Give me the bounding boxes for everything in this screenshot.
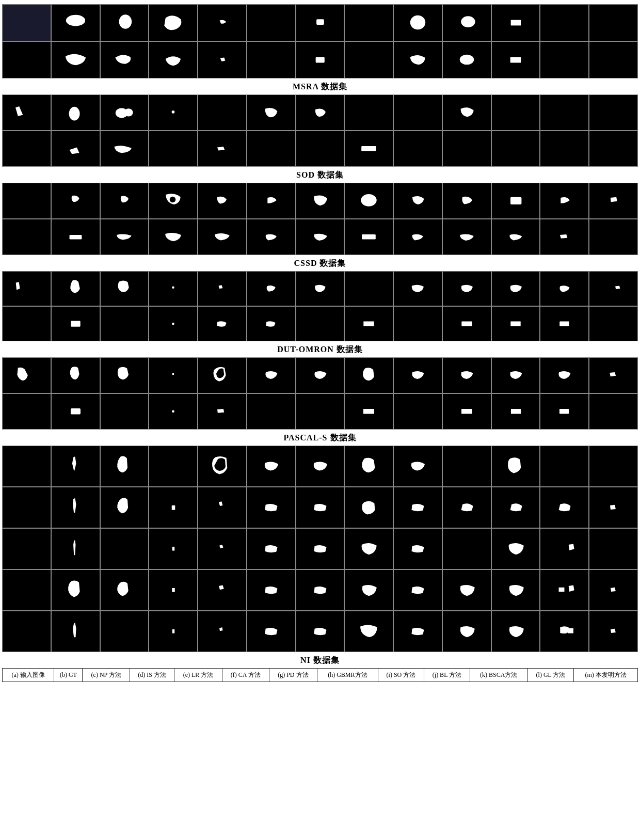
msra-grid: [2, 4, 638, 78]
cell: [344, 357, 393, 393]
svg-rect-27: [71, 408, 81, 414]
ni-row-2: [2, 487, 638, 528]
cell: [540, 393, 589, 430]
cell: [393, 357, 442, 393]
cell: [2, 131, 51, 167]
cell: [344, 94, 393, 131]
cell: [100, 131, 149, 167]
cell: [100, 611, 149, 652]
cell: [491, 271, 540, 306]
cell: [247, 446, 296, 487]
svg-point-0: [66, 14, 85, 26]
cell: [589, 569, 638, 611]
cell: [589, 446, 638, 487]
cell: [198, 4, 247, 41]
cell: [344, 131, 393, 167]
cell: [344, 487, 393, 528]
cell: [442, 569, 491, 611]
svg-rect-31: [511, 409, 521, 414]
cell: [247, 487, 296, 528]
cell: [198, 94, 247, 131]
pascals-row-1: [2, 357, 638, 393]
cell: [149, 271, 198, 306]
cell: [100, 306, 149, 341]
svg-rect-6: [315, 57, 324, 62]
dutomron-title: DUT-OMRON 数据集: [2, 344, 638, 355]
svg-point-4: [461, 16, 475, 27]
cell: [393, 94, 442, 131]
cell: [589, 306, 638, 341]
cell: [344, 183, 393, 219]
dutomron-grid: [2, 271, 638, 341]
cell: [540, 94, 589, 131]
cell: [491, 357, 540, 393]
svg-point-21: [172, 323, 174, 325]
cell: [589, 183, 638, 219]
svg-rect-30: [461, 409, 472, 414]
cell: [344, 41, 393, 78]
cell: [442, 94, 491, 131]
cell: [198, 131, 247, 167]
cell: [344, 611, 393, 652]
cell: [51, 357, 100, 393]
cell: [442, 131, 491, 167]
cell: [198, 487, 247, 528]
cell: [296, 569, 345, 611]
svg-point-9: [69, 107, 79, 121]
svg-rect-35: [172, 588, 174, 592]
cell: [540, 487, 589, 528]
cell: [198, 219, 247, 255]
cell: [589, 611, 638, 652]
dutomron-row-1: [2, 271, 638, 306]
cell: [589, 528, 638, 569]
cell: [296, 271, 345, 306]
cell: [149, 4, 198, 41]
section-msra: MSRA 数据集: [2, 4, 638, 92]
cell: [393, 183, 442, 219]
cell: [540, 446, 589, 487]
svg-point-19: [172, 286, 174, 289]
footer-cell-m: (m) 本发明方法: [574, 669, 638, 682]
section-cssd: CSSD 数据集: [2, 183, 638, 269]
cell: [2, 183, 51, 219]
cell: [393, 393, 442, 430]
svg-point-12: [172, 110, 175, 114]
cell: [442, 528, 491, 569]
cell: [2, 446, 51, 487]
cell: [149, 528, 198, 569]
cell: [149, 41, 198, 78]
cell: [393, 41, 442, 78]
footer-cell-e: (e) LR 方法: [174, 669, 222, 682]
cssd-title: CSSD 数据集: [2, 258, 638, 269]
cell: [540, 131, 589, 167]
cell: [491, 306, 540, 341]
cell: [589, 271, 638, 306]
cell: [296, 611, 345, 652]
cell: [540, 611, 589, 652]
svg-rect-32: [559, 409, 569, 414]
cell: [442, 611, 491, 652]
cell: [2, 306, 51, 341]
cell: [296, 41, 345, 78]
cell: [442, 306, 491, 341]
cell: [589, 219, 638, 255]
svg-rect-2: [316, 19, 324, 25]
svg-point-7: [460, 54, 474, 65]
cell: [540, 219, 589, 255]
cell: [344, 569, 393, 611]
section-dutomron: DUT-OMRON 数据集: [2, 271, 638, 355]
svg-rect-20: [71, 321, 80, 326]
cell: [149, 219, 198, 255]
cell: [2, 41, 51, 78]
cell: [589, 131, 638, 167]
cell: [393, 131, 442, 167]
cell: [2, 569, 51, 611]
cell: [491, 611, 540, 652]
cell: [296, 528, 345, 569]
svg-point-3: [410, 15, 425, 29]
cell: [51, 183, 100, 219]
cell: [2, 94, 51, 131]
cell: [491, 183, 540, 219]
cell: [51, 393, 100, 430]
cell: [540, 569, 589, 611]
